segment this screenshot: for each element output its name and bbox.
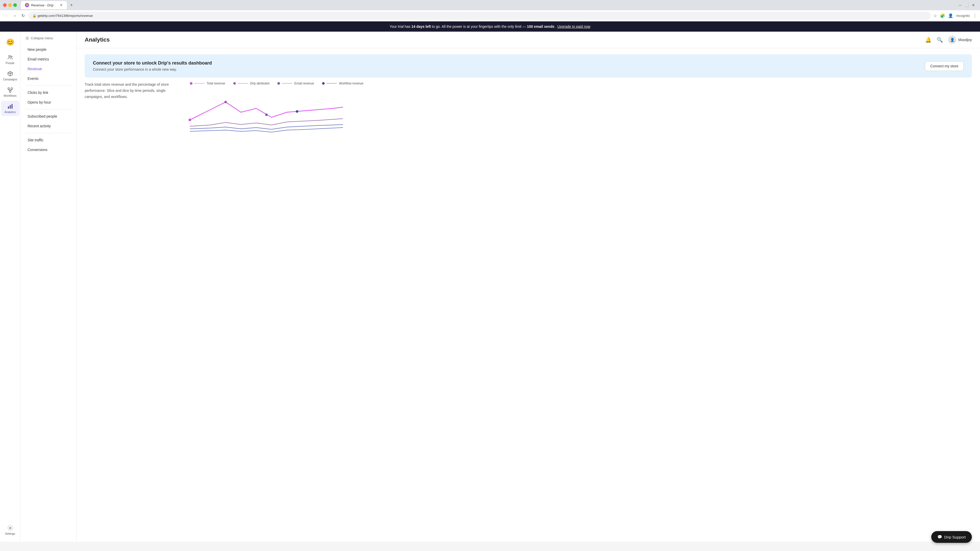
collapse-icon: ⊙	[25, 36, 29, 41]
svg-rect-2	[8, 88, 10, 89]
legend-line-drip	[238, 83, 248, 84]
nav-subscribed-people[interactable]: Subscribed people	[22, 112, 74, 121]
legend-dot-workflow	[322, 82, 325, 85]
address-input-container[interactable]: 🔒 getdrip.com/7641396/reports/revenue	[28, 12, 931, 20]
user-menu[interactable]: 👤 Moodjoy	[948, 36, 972, 44]
nav-events[interactable]: Events	[22, 74, 74, 83]
forward-button[interactable]: →	[12, 13, 18, 19]
drip-logo-icon: 😊	[6, 38, 14, 46]
active-tab[interactable]: 😊 Revenue - Drip ✕	[21, 1, 67, 9]
drip-logo[interactable]: 😊	[1, 36, 19, 49]
svg-point-0	[9, 56, 10, 57]
drip-support-button[interactable]: 💬 Drip Support	[931, 531, 972, 542]
app-container: Your trial has 14 days left to go. All t…	[0, 21, 980, 542]
content-header: Analytics 🔔 🔍 👤 Moodjoy	[76, 32, 980, 48]
refresh-button[interactable]: ↻	[21, 12, 26, 19]
close-button[interactable]	[3, 3, 6, 7]
header-actions: 🔔 🔍 👤 Moodjoy	[925, 36, 972, 44]
address-text: getdrip.com/7641396/reports/revenue	[38, 14, 93, 17]
legend-item-drip: Drip attributed	[233, 82, 269, 85]
connect-store-banner: Connect your store to unlock Drip's resu…	[85, 54, 972, 78]
svg-point-9	[189, 119, 191, 121]
nav-site-traffic[interactable]: Site traffic	[22, 135, 74, 144]
svg-point-11	[265, 114, 268, 116]
new-tab-button[interactable]: +	[68, 2, 75, 9]
legend-label-total: Total revenue	[207, 82, 225, 85]
analytics-label: Analytics	[4, 110, 16, 114]
sidebar-item-workflows[interactable]: Workflows	[1, 84, 19, 100]
nav-recent-activity[interactable]: Recent activity	[22, 121, 74, 130]
legend-dot-drip	[233, 82, 236, 85]
tab-close-button[interactable]: ✕	[60, 3, 63, 7]
nav-clicks-by-link[interactable]: Clicks by link	[22, 88, 74, 97]
minimize-win-icon[interactable]: ─	[959, 3, 961, 7]
chart-description-row: Track total store revenue and the percen…	[85, 82, 972, 140]
people-icon	[7, 54, 13, 60]
connect-my-store-button[interactable]: Connect my store	[925, 61, 964, 71]
legend-dot-total	[190, 82, 192, 85]
legend-label-drip: Drip attributed	[250, 82, 269, 85]
trial-highlight: 14 days left	[411, 24, 431, 29]
page-title: Analytics	[85, 37, 110, 43]
address-bar: ← → ↻ 🔒 getdrip.com/7641396/reports/reve…	[0, 10, 980, 21]
icon-rail: 😊 People	[0, 32, 21, 542]
close-win-icon[interactable]: ✕	[972, 3, 975, 7]
bookmark-icon[interactable]: ☆	[933, 13, 937, 18]
sidebar-item-analytics[interactable]: Analytics	[1, 101, 19, 116]
sidebar-item-campaigns[interactable]: Campaigns	[1, 68, 19, 83]
user-profile-label: Incognito	[956, 14, 970, 17]
settings-icon	[7, 525, 13, 531]
legend-item-email: Email revenue	[277, 82, 314, 85]
tab-favicon: 😊	[25, 3, 29, 7]
legend-dot-email	[277, 82, 280, 85]
people-label: People	[6, 62, 14, 65]
restore-win-icon[interactable]: ⬜	[964, 3, 969, 7]
svg-rect-5	[8, 106, 9, 109]
svg-rect-7	[11, 104, 13, 109]
tabs-bar: 😊 Revenue - Drip ✕ +	[19, 0, 957, 10]
minimize-button[interactable]	[8, 3, 12, 7]
revenue-chart	[190, 89, 343, 140]
collapse-label: Collapse menu	[31, 36, 53, 40]
collapse-menu-button[interactable]: ⊙ Collapse menu	[21, 32, 76, 44]
content-area: Analytics 🔔 🔍 👤 Moodjoy Connect your sto…	[76, 32, 980, 542]
settings-label: Settings	[5, 532, 15, 535]
user-name: Moodjoy	[958, 38, 972, 42]
description-text: Track total store revenue and the percen…	[85, 82, 182, 100]
legend-line-email	[282, 83, 292, 84]
back-button[interactable]: ←	[3, 13, 9, 19]
workflows-icon	[7, 87, 13, 93]
trial-limit: 100 email sends	[527, 24, 554, 29]
svg-rect-4	[10, 91, 11, 92]
legend-item-workflow: Workflow revenue	[322, 82, 363, 85]
avatar: 👤	[948, 36, 956, 44]
upgrade-link[interactable]: Upgrade to paid now	[557, 24, 590, 29]
nav-revenue[interactable]: Revenue	[22, 64, 74, 73]
svg-point-10	[224, 101, 227, 103]
extensions-icon[interactable]: 🧩	[940, 13, 945, 18]
chart-container: Total revenue Drip attributed Email reve…	[190, 82, 972, 140]
nav-email-metrics[interactable]: Email metrics	[22, 55, 74, 64]
sidebar: ⊙ Collapse menu New people Email metrics…	[21, 32, 76, 542]
profile-icon[interactable]: 👤	[948, 13, 953, 18]
nav-opens-by-hour[interactable]: Opens by hour	[22, 98, 74, 107]
connect-store-title: Connect your store to unlock Drip's resu…	[93, 60, 212, 66]
trial-banner: Your trial has 14 days left to go. All t…	[0, 21, 980, 32]
notification-icon[interactable]: 🔔	[925, 37, 932, 43]
window-controls	[3, 3, 17, 7]
nav-new-people[interactable]: New people	[22, 45, 74, 54]
main-layout: 😊 People	[0, 32, 980, 542]
maximize-button[interactable]	[13, 3, 17, 7]
nav-conversions[interactable]: Conversions	[22, 145, 74, 154]
search-icon[interactable]: 🔍	[937, 37, 943, 43]
connect-store-text: Connect your store to unlock Drip's resu…	[93, 60, 212, 71]
sidebar-divider-2	[25, 109, 71, 110]
drip-support-icon: 💬	[937, 535, 942, 539]
sidebar-item-settings[interactable]: Settings	[1, 522, 19, 538]
sidebar-item-people[interactable]: People	[1, 52, 19, 67]
svg-point-12	[296, 110, 298, 113]
more-options-icon[interactable]: ⋮	[973, 13, 977, 18]
analytics-icon	[7, 103, 13, 110]
workflows-label: Workflows	[3, 94, 17, 97]
trial-prefix: Your trial has	[390, 24, 411, 29]
